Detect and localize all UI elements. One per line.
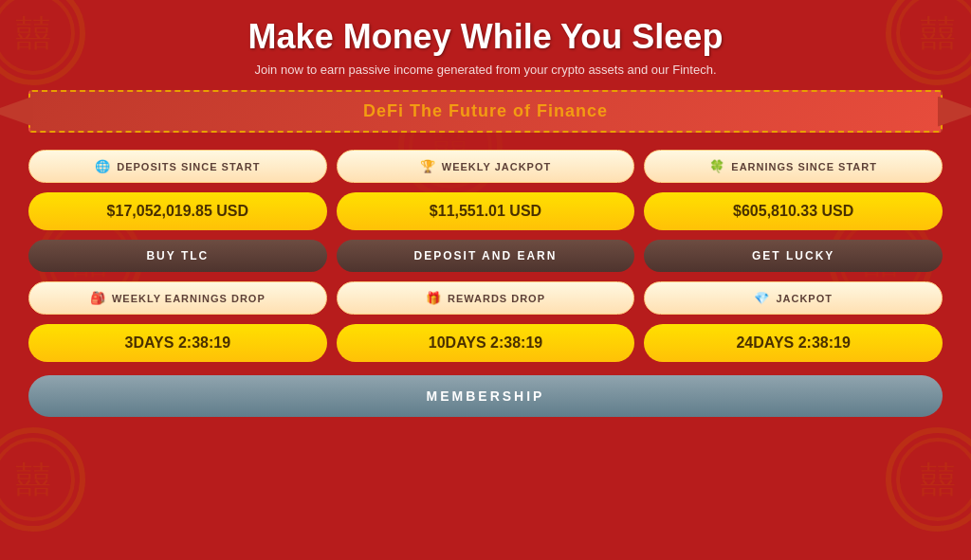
page-subtitle: Join now to earn passive income generate… [28,63,943,77]
earnings-label: 🍀 EARNINGS SINCE START [644,150,943,183]
clover-icon: 🍀 [709,159,725,173]
banner-ribbon: DeFi The Future of Finance [28,90,943,133]
jackpot-value[interactable]: $11,551.01 USD [337,192,635,230]
bag-icon: 🎒 [90,291,106,305]
diamond-icon: 💎 [754,291,770,305]
globe-icon: 🌐 [95,159,111,173]
jackpot-label: 🏆 WEEKLY JACKPOT [337,150,635,183]
banner-text: DeFi The Future of Finance [363,101,608,120]
page-title: Make Money While You Sleep [28,17,943,57]
trophy-icon: 🏆 [420,159,436,173]
timers-section: 🎒 WEEKLY EARNINGS DROP 🎁 REWARDS DROP 💎 … [28,281,943,362]
deposits-value[interactable]: $17,052,019.85 USD [28,192,327,230]
jackpot-timer-label: 💎 JACKPOT [644,281,943,315]
rewards-drop-label: 🎁 REWARDS DROP [337,281,635,315]
jackpot-timer: 24DAYS 2:38:19 [644,324,943,362]
weekly-earnings-timer: 3DAYS 2:38:19 [28,324,327,362]
rewards-drop-timer: 10DAYS 2:38:19 [337,324,635,362]
weekly-earnings-label: 🎒 WEEKLY EARNINGS DROP [28,281,327,315]
get-lucky-button[interactable]: GET LUCKY [644,240,943,272]
earnings-value[interactable]: $605,810.33 USD [644,192,943,230]
banner: DeFi The Future of Finance [28,90,943,133]
deposits-label: 🌐 DEPOSITS SINCE START [28,150,327,183]
stats-section: 🌐 DEPOSITS SINCE START 🏆 WEEKLY JACKPOT … [28,150,943,230]
membership-button[interactable]: MEMBERSHIP [28,375,943,417]
deposit-earn-button[interactable]: DEPOSIT AND EARN [337,240,635,272]
buy-tlc-button[interactable]: BUY TLC [28,240,327,272]
gift-icon: 🎁 [426,291,442,305]
actions-section: BUY TLC DEPOSIT AND EARN GET LUCKY [28,240,943,272]
